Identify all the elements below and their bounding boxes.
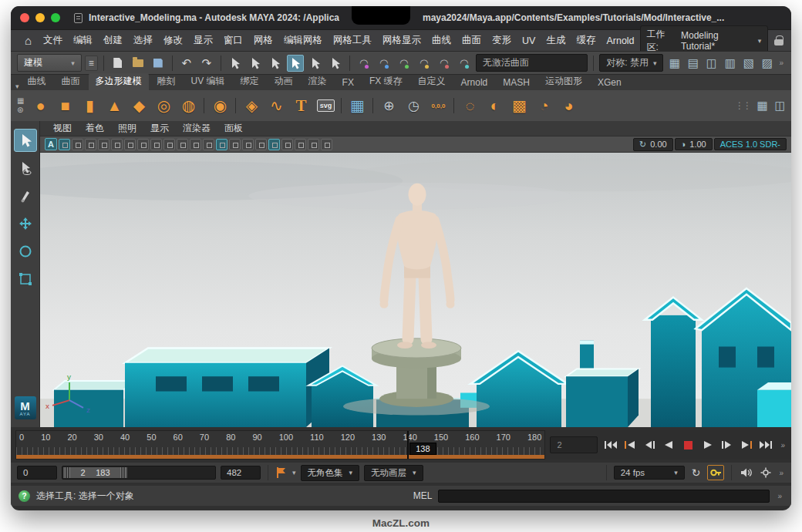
quad-draw-icon[interactable]: ◐: [483, 93, 506, 118]
menu-mesh[interactable]: 网格: [248, 32, 278, 49]
menu-edit-mesh[interactable]: 编辑网格: [278, 32, 328, 49]
poly-pipe-icon[interactable]: ◍: [177, 93, 200, 118]
render-view-icon[interactable]: ▦: [666, 56, 682, 70]
redo-button[interactable]: ↷: [198, 55, 215, 72]
shelf-tab-mash[interactable]: MASH: [496, 76, 537, 90]
step-forward-frame-button[interactable]: [718, 436, 736, 454]
safe-title-icon[interactable]: [137, 139, 149, 150]
menu-create[interactable]: 创建: [98, 32, 128, 49]
shelf-overflow-icon[interactable]: ◫: [772, 99, 788, 113]
snap-to-view-plane-icon[interactable]: ◠: [436, 55, 453, 72]
poly-sphere-icon[interactable]: ●: [29, 93, 52, 118]
ipr-render-icon[interactable]: ▤: [685, 56, 701, 70]
panel-menu-lighting[interactable]: 照明: [113, 122, 142, 135]
lock-icon[interactable]: [774, 35, 783, 45]
exposure-field[interactable]: ↻ 0.00: [633, 138, 673, 151]
paint-select-tool[interactable]: [14, 184, 37, 207]
new-scene-button[interactable]: [110, 55, 126, 72]
origin-coords-icon[interactable]: 0,0,0: [426, 93, 450, 118]
active-surface-field[interactable]: 无激活曲面: [476, 54, 588, 72]
make-live-icon[interactable]: ◠: [456, 55, 473, 72]
depth-of-field-icon[interactable]: [255, 139, 267, 150]
snap-to-point-icon[interactable]: ◠: [396, 55, 413, 72]
fps-dropdown[interactable]: 24 fps ▾: [614, 466, 685, 480]
poly-torus-icon[interactable]: ◎: [152, 93, 175, 118]
play-backward-button[interactable]: [660, 436, 678, 454]
wireframe-mode-icon[interactable]: [150, 139, 162, 150]
shelf-tab-arnold[interactable]: Arnold: [454, 76, 495, 90]
bookmark-menu-icon[interactable]: ▾: [292, 469, 296, 476]
zoom-button[interactable]: [51, 13, 60, 22]
shelf-drag-handle[interactable]: ⋮⋮: [733, 100, 753, 111]
shelf-tab-fx-caching[interactable]: FX 缓存: [362, 73, 409, 90]
collapse-toolbar-icon[interactable]: »: [777, 59, 785, 67]
playback-range-slider[interactable]: 2 183: [62, 466, 216, 480]
animation-preferences-icon[interactable]: [759, 467, 773, 478]
multi-cut-icon[interactable]: ▩: [507, 93, 531, 118]
menu-select[interactable]: 选择: [128, 32, 158, 49]
snap-to-grid-icon[interactable]: ◠: [356, 55, 372, 72]
shelf-tab-animation[interactable]: 动画: [268, 73, 300, 90]
toggle-viewport-icon[interactable]: ▨: [759, 56, 775, 70]
menu-edit[interactable]: 编辑: [68, 32, 98, 49]
shelf-tab-rendering[interactable]: 渲染: [302, 73, 334, 90]
time-node-icon[interactable]: ◷: [402, 93, 425, 118]
select-hierarchy-button[interactable]: [227, 55, 244, 72]
move-tool[interactable]: [14, 212, 37, 235]
shelf-tab-fx[interactable]: FX: [335, 76, 361, 90]
svg-tool-icon[interactable]: svg: [314, 93, 337, 118]
playback-loop-icon[interactable]: ↻: [689, 466, 703, 479]
go-to-end-button[interactable]: [757, 436, 774, 454]
gamma-field[interactable]: ◑ 1.00: [675, 138, 713, 150]
play-forward-button[interactable]: [699, 436, 716, 454]
panel-menu-panels[interactable]: 面板: [219, 122, 248, 135]
shelf-tab-uv-editing[interactable]: UV 编辑: [184, 73, 232, 90]
screen-space-ao-icon[interactable]: [216, 139, 227, 150]
poly-cube-icon[interactable]: ■: [53, 93, 76, 118]
step-forward-key-button[interactable]: [737, 436, 755, 454]
poly-cylinder-icon[interactable]: ▮: [78, 93, 101, 118]
modeling-toolkit-icon[interactable]: ▦: [345, 93, 369, 118]
gamma-toggle-icon[interactable]: [321, 139, 332, 150]
shelf-tab-surfaces[interactable]: 曲面: [55, 73, 87, 90]
shelf-tab-rigging[interactable]: 绑定: [234, 73, 266, 90]
snap-to-projected-center-icon[interactable]: ◠: [416, 55, 433, 72]
select-tool[interactable]: [14, 129, 37, 152]
close-button[interactable]: [20, 13, 29, 22]
multisample-aa-icon[interactable]: [242, 139, 254, 150]
shaded-mode-icon[interactable]: [163, 139, 175, 150]
lasso-tool[interactable]: [14, 157, 37, 180]
menu-mesh-display[interactable]: 网格显示: [377, 32, 426, 49]
shelf-tab-motion-graphics[interactable]: 运动图形: [538, 73, 589, 90]
selected-camera-icon[interactable]: A: [45, 138, 57, 150]
exposure-toggle-icon[interactable]: [308, 139, 319, 150]
time-slider[interactable]: 010 2030 4050 6070 8090 100110 120130 14…: [15, 430, 545, 460]
menu-cache[interactable]: 缓存: [571, 32, 601, 49]
xray-icon[interactable]: [281, 139, 293, 150]
bookmark-icon[interactable]: [275, 466, 288, 479]
menu-windows[interactable]: 窗口: [218, 32, 248, 49]
character-set-dropdown[interactable]: 无角色集 ▾: [301, 465, 360, 481]
menu-mesh-tools[interactable]: 网格工具: [328, 32, 377, 49]
menu-set-options-icon[interactable]: ≡: [85, 56, 98, 71]
motion-blur-icon[interactable]: [229, 139, 241, 150]
textured-mode-icon[interactable]: [177, 139, 188, 150]
xray-joints-icon[interactable]: [295, 139, 306, 150]
shelf-grid-icon[interactable]: ▦: [17, 97, 24, 105]
joint-center-icon[interactable]: ⊕: [377, 93, 400, 118]
platonic-solid-icon[interactable]: ◉: [208, 93, 231, 118]
grid-toggle-icon[interactable]: [59, 139, 70, 150]
range-start-handle[interactable]: [65, 467, 70, 478]
menu-curves[interactable]: 曲线: [426, 32, 457, 49]
shadows-icon[interactable]: [203, 139, 214, 150]
use-all-lights-icon[interactable]: [190, 139, 201, 150]
gate-mask-icon[interactable]: [98, 139, 110, 150]
menu-set-dropdown[interactable]: 建模 ▾: [17, 54, 82, 72]
shelf-tab-poly-modeling[interactable]: 多边形建模: [89, 73, 149, 90]
select-component-button[interactable]: [267, 55, 284, 72]
field-chart-icon[interactable]: [111, 139, 123, 150]
animation-start-field[interactable]: 0: [17, 466, 57, 480]
menu-deform[interactable]: 变形: [487, 32, 517, 49]
undo-button[interactable]: ↶: [178, 55, 195, 72]
panel-menu-show[interactable]: 显示: [145, 122, 174, 135]
